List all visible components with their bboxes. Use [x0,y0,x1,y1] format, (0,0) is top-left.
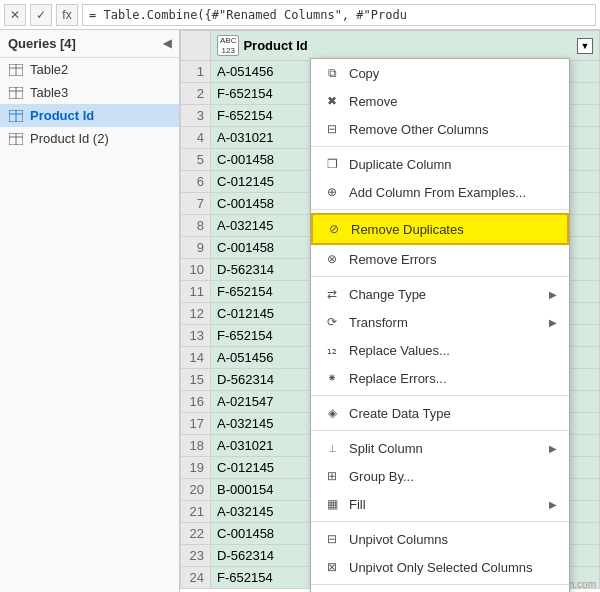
menu-item-remove-duplicates[interactable]: ⊘ Remove Duplicates [311,213,569,245]
unpivot-icon: ⊟ [323,530,341,548]
menu-separator [311,276,569,277]
menu-separator [311,146,569,147]
menu-item-split-column[interactable]: ⟂ Split Column ▶ [311,434,569,462]
sidebar-item-label: Product Id [30,108,94,123]
row-number: 15 [181,369,211,391]
table-svg-icon [9,87,23,99]
table-icon [8,63,24,77]
row-number: 10 [181,259,211,281]
table-icon [8,109,24,123]
transform-icon: ⟳ [323,313,341,331]
column-dropdown[interactable]: ▼ [577,38,593,54]
sidebar-item-product-id-2[interactable]: Product Id (2) [0,127,179,150]
row-num-header [181,31,211,61]
menu-item-label: Copy [349,66,557,81]
queries-panel: Queries [4] ◀ Table2 Table3 [0,30,180,592]
sidebar-item-table2[interactable]: Table2 [0,58,179,81]
menu-item-replace-values[interactable]: ₁₂ Replace Values... [311,336,569,364]
add-col-icon: ⊕ [323,183,341,201]
remove-other-icon: ⊟ [323,120,341,138]
duplicate-icon: ❐ [323,155,341,173]
menu-item-unpivot-only[interactable]: ⊠ Unpivot Only Selected Columns [311,553,569,581]
submenu-arrow: ▶ [549,289,557,300]
menu-item-unpivot[interactable]: ⊟ Unpivot Columns [311,525,569,553]
menu-item-label: Remove Errors [349,252,557,267]
menu-item-remove-other[interactable]: ⊟ Remove Other Columns [311,115,569,143]
formula-input[interactable] [82,4,596,26]
menu-item-change-type[interactable]: ⇄ Change Type ▶ [311,280,569,308]
row-number: 3 [181,105,211,127]
menu-item-create-data-type[interactable]: ◈ Create Data Type [311,399,569,427]
menu-item-remove[interactable]: ✖ Remove [311,87,569,115]
row-number: 19 [181,457,211,479]
menu-item-duplicate-col[interactable]: ❐ Duplicate Column [311,150,569,178]
table-icon [8,86,24,100]
row-number: 14 [181,347,211,369]
replace-icon: ₁₂ [323,341,341,359]
copy-icon: ⧉ [323,64,341,82]
row-number: 13 [181,325,211,347]
table-svg-icon [9,110,23,122]
sidebar-item-label: Table3 [30,85,68,100]
menu-item-remove-errors[interactable]: ⊗ Remove Errors [311,245,569,273]
confirm-button[interactable]: ✓ [30,4,52,26]
menu-item-label: Create Data Type [349,406,557,421]
row-number: 4 [181,127,211,149]
row-number: 11 [181,281,211,303]
menu-item-group-by[interactable]: ⊞ Group By... [311,462,569,490]
sidebar-item-table3[interactable]: Table3 [0,81,179,104]
menu-item-label: Remove Duplicates [351,222,555,237]
remove-dup-icon: ⊘ [325,220,343,238]
row-number: 1 [181,61,211,83]
menu-item-label: Duplicate Column [349,157,557,172]
menu-separator [311,209,569,210]
menu-item-label: Transform [349,315,541,330]
menu-separator [311,395,569,396]
menu-item-copy[interactable]: ⧉ Copy [311,59,569,87]
menu-item-rename[interactable]: ✎ Rename... [311,588,569,592]
queries-header: Queries [4] ◀ [0,30,179,58]
remove-icon: ✖ [323,92,341,110]
menu-item-replace-errors[interactable]: ⁕ Replace Errors... [311,364,569,392]
create-dt-icon: ◈ [323,404,341,422]
menu-item-label: Replace Values... [349,343,557,358]
menu-item-label: Unpivot Only Selected Columns [349,560,557,575]
menu-separator [311,430,569,431]
product-id-column-header[interactable]: ABC 123 Product Id ▼ [211,31,600,61]
menu-item-add-col-examples[interactable]: ⊕ Add Column From Examples... [311,178,569,206]
table-svg-icon [9,64,23,76]
menu-item-label: Remove Other Columns [349,122,557,137]
submenu-arrow: ▶ [549,499,557,510]
submenu-arrow: ▶ [549,443,557,454]
menu-separator [311,521,569,522]
formula-bar: ✕ ✓ fx [0,0,600,30]
row-number: 12 [181,303,211,325]
menu-item-label: Remove [349,94,557,109]
fx-button[interactable]: fx [56,4,78,26]
row-number: 5 [181,149,211,171]
context-menu: ⧉ Copy ✖ Remove ⊟ Remove Other Columns ❐… [310,58,570,592]
menu-separator [311,584,569,585]
group-icon: ⊞ [323,467,341,485]
cancel-button[interactable]: ✕ [4,4,26,26]
row-number: 16 [181,391,211,413]
fill-icon: ▦ [323,495,341,513]
table-svg-icon [9,133,23,145]
column-label: Product Id [243,38,307,53]
row-number: 24 [181,567,211,589]
collapse-button[interactable]: ◀ [163,37,171,50]
col-type-badge: ABC 123 [217,35,239,56]
row-number: 6 [181,171,211,193]
menu-item-fill[interactable]: ▦ Fill ▶ [311,490,569,518]
row-number: 7 [181,193,211,215]
split-icon: ⟂ [323,439,341,457]
sidebar-item-product-id[interactable]: Product Id [0,104,179,127]
menu-item-label: Unpivot Columns [349,532,557,547]
menu-item-label: Add Column From Examples... [349,185,557,200]
menu-item-label: Fill [349,497,541,512]
row-number: 18 [181,435,211,457]
row-number: 22 [181,523,211,545]
menu-item-label: Replace Errors... [349,371,557,386]
menu-item-transform[interactable]: ⟳ Transform ▶ [311,308,569,336]
change-type-icon: ⇄ [323,285,341,303]
